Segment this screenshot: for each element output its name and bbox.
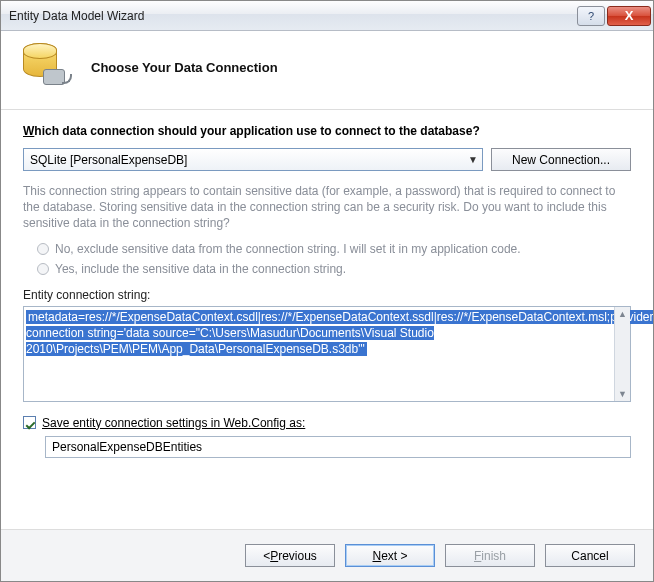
connection-dropdown-value: SQLite [PersonalExpenseDB] xyxy=(30,153,187,167)
finish-button: Finish xyxy=(445,544,535,567)
scroll-down-icon[interactable]: ▼ xyxy=(618,389,627,399)
cancel-button[interactable]: Cancel xyxy=(545,544,635,567)
connection-row: SQLite [PersonalExpenseDB] ▼ New Connect… xyxy=(23,148,631,171)
chevron-down-icon: ▼ xyxy=(468,154,478,165)
window-buttons: ? X xyxy=(575,6,651,26)
connection-dropdown[interactable]: SQLite [PersonalExpenseDB] ▼ xyxy=(23,148,483,171)
database-connection-icon xyxy=(19,43,71,91)
prompt-label: Which data connection should your applic… xyxy=(23,124,631,138)
scroll-up-icon[interactable]: ▲ xyxy=(618,309,627,319)
wizard-header: Choose Your Data Connection xyxy=(1,31,653,110)
previous-button[interactable]: < Previous xyxy=(245,544,335,567)
wizard-footer: < Previous Next > Finish Cancel xyxy=(1,529,653,581)
radio-include-sensitive: Yes, include the sensitive data in the c… xyxy=(37,262,631,276)
help-button[interactable]: ? xyxy=(577,6,605,26)
save-settings-checkbox[interactable] xyxy=(23,416,36,429)
connection-string-value: metadata=res://*/ExpenseDataContext.csdl… xyxy=(26,310,654,356)
wizard-body: Which data connection should your applic… xyxy=(1,110,653,458)
scrollbar[interactable]: ▲ ▼ xyxy=(614,307,630,401)
connection-string-label: Entity connection string: xyxy=(23,288,631,302)
title-bar: Entity Data Model Wizard ? X xyxy=(1,1,653,31)
save-settings-label: Save entity connection settings in Web.C… xyxy=(42,416,305,430)
radio-exclude-sensitive: No, exclude sensitive data from the conn… xyxy=(37,242,631,256)
connection-string-textarea[interactable]: metadata=res://*/ExpenseDataContext.csdl… xyxy=(23,306,631,402)
settings-name-input[interactable] xyxy=(45,436,631,458)
radio-icon xyxy=(37,263,49,275)
sensitive-data-radios: No, exclude sensitive data from the conn… xyxy=(37,242,631,276)
window-title: Entity Data Model Wizard xyxy=(9,9,575,23)
save-settings-row: Save entity connection settings in Web.C… xyxy=(23,416,631,430)
close-button[interactable]: X xyxy=(607,6,651,26)
sensitive-data-info: This connection string appears to contai… xyxy=(23,183,631,232)
next-button[interactable]: Next > xyxy=(345,544,435,567)
radio-icon xyxy=(37,243,49,255)
page-heading: Choose Your Data Connection xyxy=(91,60,278,75)
new-connection-button[interactable]: New Connection... xyxy=(491,148,631,171)
